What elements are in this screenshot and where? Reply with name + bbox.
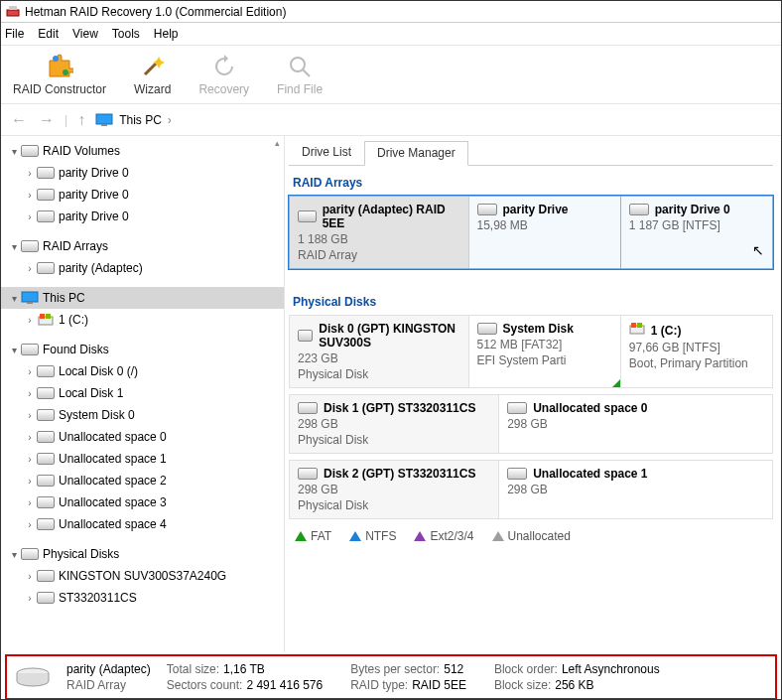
drive-icon [477,204,497,215]
tree-item[interactable]: ›Unallocated space 2 [1,470,284,491]
tree-item[interactable]: ›Unallocated space 1 [1,448,284,470]
tree-group-found-disks[interactable]: ▾ Found Disks [1,339,284,360]
raid-card-part[interactable]: parity Drive 0 1 187 GB [NTFS] ↖ [621,197,772,268]
svg-line-6 [303,70,310,76]
tree-item-c-drive[interactable]: ›1 (C:) [1,309,284,331]
menubar: File Edit View Tools Help [1,23,781,45]
sidebar[interactable]: ▴ ▾ RAID Volumes ›parity Drive 0 ›parity… [1,136,285,652]
scroll-up-icon[interactable]: ▴ [272,138,282,150]
drive-icon [629,204,649,215]
nav-up[interactable]: ↑ [75,111,87,129]
recovery-icon [210,53,238,80]
triangle-icon [349,531,361,541]
tree-item[interactable]: ›parity Drive 0 [1,162,284,184]
disk-row[interactable]: Disk 2 (GPT) ST3320311CS 298 GB Physical… [289,460,773,519]
tree-item[interactable]: ›parity (Adaptec) [1,257,284,279]
tree-item[interactable]: ›parity Drive 0 [1,206,284,227]
win-drive-icon [37,313,55,327]
drive-icon [21,240,39,252]
fs-indicator-icon [612,379,620,387]
status-type: RAID Array [66,678,151,692]
raid-card-part[interactable]: parity Drive 15,98 MB [469,197,621,268]
raid-array-row[interactable]: parity (Adaptec) RAID 5EE 1 188 GB RAID … [289,196,773,269]
disk-row[interactable]: Disk 0 (GPT) KINGSTON SUV300S 223 GB Phy… [289,315,773,388]
tree-item[interactable]: ›KINGSTON SUV300S37A240G [1,565,284,587]
breadcrumb-root[interactable]: This PC [119,113,162,127]
drive-icon [37,409,55,421]
fs-legend: FAT NTFS Ext2/3/4 Unallocated [289,525,773,547]
partition-cell[interactable]: 1 (C:) 97,66 GB [NTFS] Boot, Primary Par… [621,316,772,387]
tool-label: RAID Constructor [13,82,106,96]
puzzle-icon [46,53,73,80]
drive-icon [37,189,55,201]
tool-label: Wizard [134,82,171,96]
monitor-icon [21,291,39,305]
caret-down-icon[interactable]: ▾ [7,293,21,304]
svg-rect-15 [631,323,636,328]
nav-back[interactable]: ← [9,111,29,129]
tree-item[interactable]: ›Local Disk 0 (/) [1,360,284,382]
cursor-icon: ↖ [752,242,764,258]
tab-drive-manager[interactable]: Drive Manager [364,141,468,166]
svg-rect-1 [9,6,17,10]
tree-item[interactable]: ›parity Drive 0 [1,184,284,206]
caret-down-icon[interactable]: ▾ [7,549,21,560]
triangle-icon [492,531,504,541]
menu-help[interactable]: Help [154,27,179,41]
drive-icon [15,665,51,689]
drive-icon [37,518,55,530]
drive-icon [298,210,317,222]
status-name: parity (Adaptec) [66,662,151,676]
tool-recovery: Recovery [198,53,249,96]
partition-cell[interactable]: Unallocated space 1 298 GB [499,461,772,518]
tool-wizard[interactable]: Wizard [134,53,171,96]
breadcrumb[interactable]: This PC › [95,113,172,127]
caret-down-icon[interactable]: ▾ [7,345,21,355]
raid-card-main[interactable]: parity (Adaptec) RAID 5EE 1 188 GB RAID … [290,197,469,268]
caret-down-icon[interactable]: ▾ [7,146,21,157]
drive-icon [298,468,318,480]
main: ▴ ▾ RAID Volumes ›parity Drive 0 ›parity… [1,136,781,652]
content: Drive List Drive Manager RAID Arrays par… [285,136,781,652]
partition-cell[interactable]: Unallocated space 0 298 GB [499,395,772,453]
caret-down-icon[interactable]: ▾ [7,241,21,252]
navbar: ← → | ↑ This PC › [1,104,781,136]
drive-icon [37,475,55,487]
status-name-block: parity (Adaptec) RAID Array [66,662,151,692]
win-drive-icon [629,322,645,339]
drive-icon [37,570,55,582]
tree-item[interactable]: ›Local Disk 1 [1,382,284,404]
svg-point-5 [291,58,305,71]
menu-file[interactable]: File [5,27,24,41]
statusbar: parity (Adaptec) RAID Array Total size:1… [5,654,777,700]
drive-icon [37,496,55,508]
tool-label: Recovery [198,82,249,96]
partition-cell[interactable]: System Disk 512 MB [FAT32] EFI System Pa… [469,316,621,387]
drive-icon [37,592,55,604]
tree-item[interactable]: ›ST3320311CS [1,587,284,609]
tool-raid-constructor[interactable]: RAID Constructor [13,53,106,96]
drive-icon [37,262,55,274]
drive-icon [21,344,39,355]
drive-icon [298,402,318,414]
disk-row[interactable]: Disk 1 (GPT) ST3320311CS 298 GB Physical… [289,394,773,454]
tree-group-this-pc[interactable]: ▾ This PC [1,287,284,309]
tree-group-raid-arrays[interactable]: ▾ RAID Arrays [1,235,284,257]
tree-group-physical-disks[interactable]: ▾ Physical Disks [1,543,284,565]
drive-icon [37,210,55,222]
wand-icon [139,53,167,80]
tab-drive-list[interactable]: Drive List [289,140,364,165]
tree-item[interactable]: ›Unallocated space 0 [1,426,284,448]
tree-item[interactable]: ›Unallocated space 3 [1,491,284,513]
menu-edit[interactable]: Edit [38,27,59,41]
chevron-right-icon: › [168,113,172,127]
menu-tools[interactable]: Tools [112,27,140,41]
drive-icon [298,330,313,342]
menu-view[interactable]: View [72,27,98,41]
triangle-icon [414,531,426,541]
nav-forward: → [37,111,57,129]
tree-item[interactable]: ›Unallocated space 4 [1,513,284,535]
tree-group-raid-volumes[interactable]: ▾ RAID Volumes [1,140,284,162]
tool-find-file: Find File [277,53,323,96]
tree-item[interactable]: ›System Disk 0 [1,404,284,426]
